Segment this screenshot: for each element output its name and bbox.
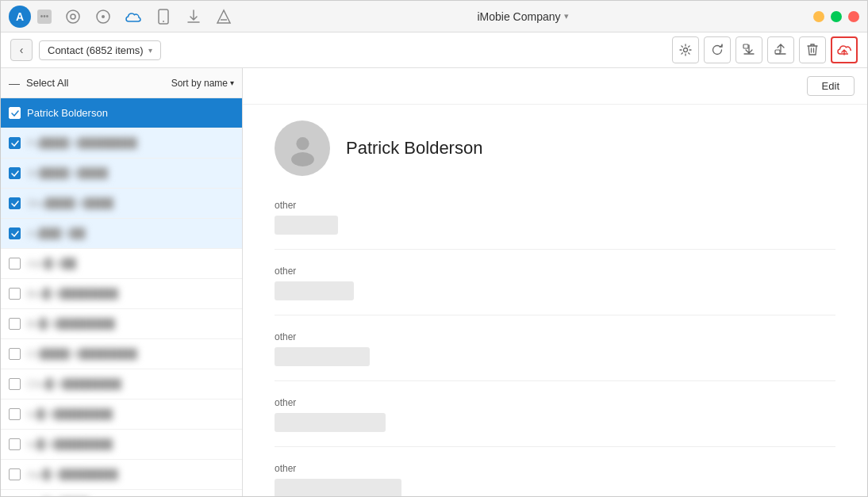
contact-item[interactable]: Bri█ B████████: [1, 309, 242, 339]
back-button[interactable]: ‹: [10, 39, 33, 61]
contact-item[interactable]: Aar█ B████: [1, 490, 242, 496]
select-all-label[interactable]: Select All: [26, 77, 68, 89]
contact-checkbox[interactable]: [9, 318, 21, 330]
contact-item[interactable]: Ch████ B████████: [1, 339, 242, 369]
contact-item[interactable]: Isi█ B████████: [1, 400, 242, 430]
toolbar: ‹ Contact (6852 items) ▾: [1, 32, 867, 68]
contact-item[interactable]: Pa████ B████████: [1, 128, 242, 159]
contact-detail: Patrick Bolderson other other other: [243, 105, 867, 496]
refresh-button[interactable]: [704, 36, 731, 63]
contact-name: Bre█ B████████: [27, 288, 118, 300]
field-value: [275, 216, 338, 235]
main-content: — Select All Sort by name ▾ Patrick Bold…: [1, 68, 867, 496]
contact-checkbox[interactable]: [9, 348, 21, 360]
contact-name: Pa████ B████████: [27, 137, 137, 149]
contact-checkbox[interactable]: [9, 258, 21, 270]
title-dropdown-icon[interactable]: ▾: [564, 11, 569, 21]
contact-item[interactable]: Patrick Bolderson: [1, 98, 242, 128]
contact-item[interactable]: Sha████ B████: [1, 189, 242, 219]
left-panel: — Select All Sort by name ▾ Patrick Bold…: [1, 68, 243, 496]
download-button[interactable]: [735, 36, 762, 63]
contact-checkbox[interactable]: [9, 137, 21, 149]
cloud-upload-button[interactable]: [831, 36, 858, 63]
contact-checkbox[interactable]: [9, 197, 21, 209]
contact-item[interactable]: Isi█ B████████: [1, 430, 242, 460]
nav-icons: [64, 8, 232, 25]
field-value: [275, 347, 370, 366]
contact-dropdown-icon: ▾: [148, 46, 152, 55]
contact-list: Patrick Bolderson Pa████ B████████ Sh███…: [1, 98, 242, 496]
appstore-nav-icon[interactable]: [215, 8, 232, 25]
svg-point-5: [163, 21, 164, 22]
contact-checkbox[interactable]: [9, 408, 21, 420]
field-label: other: [275, 331, 835, 342]
svg-point-3: [102, 15, 105, 18]
avatar: [275, 120, 330, 176]
select-all-dash: —: [9, 77, 20, 90]
field-value: [275, 413, 386, 432]
svg-point-1: [71, 14, 75, 19]
app-window: A •••: [0, 0, 868, 497]
contact-name: Sh████ B████: [27, 167, 108, 179]
contact-checkbox[interactable]: [9, 227, 21, 239]
field-group: other: [275, 331, 835, 381]
svg-point-7: [684, 48, 688, 52]
contact-item[interactable]: Ash█ B██: [1, 249, 242, 279]
svg-rect-8: [743, 44, 748, 48]
minimize-button[interactable]: [813, 11, 824, 22]
app-title-area: iMobie Company ▾: [232, 10, 813, 23]
contact-selector[interactable]: Contact (6852 items) ▾: [39, 40, 161, 60]
toolbar-actions: [672, 36, 858, 63]
list-header: — Select All Sort by name ▾: [1, 68, 242, 98]
settings-button[interactable]: [672, 36, 699, 63]
field-group: other: [275, 463, 835, 496]
svg-point-10: [296, 137, 309, 150]
right-panel: Edit Patrick Bolderson other: [243, 68, 867, 496]
contact-profile: Patrick Bolderson: [275, 120, 835, 176]
sort-button[interactable]: Sort by name ▾: [171, 78, 234, 89]
cloud-nav-icon[interactable]: [125, 8, 142, 25]
field-group: other: [275, 397, 835, 447]
contact-checkbox[interactable]: [9, 468, 21, 480]
contact-name: Aar█ A████████: [27, 468, 118, 480]
contact-checkbox[interactable]: [9, 438, 21, 450]
contact-name: Cho█ B████████: [27, 378, 121, 390]
contact-name: Bri█ B████████: [27, 318, 115, 330]
contact-checkbox[interactable]: [9, 107, 21, 119]
download-nav-icon[interactable]: [185, 8, 202, 25]
contact-checkbox[interactable]: [9, 378, 21, 390]
contact-name: As███ B██: [27, 227, 86, 239]
close-button[interactable]: [848, 11, 859, 22]
contact-name: Patrick Bolderson: [27, 107, 108, 119]
contact-checkbox[interactable]: [9, 288, 21, 300]
contact-item[interactable]: Cho█ B████████: [1, 369, 242, 400]
title-bar: A •••: [1, 1, 867, 32]
field-group: other: [275, 266, 835, 315]
contact-full-name: Patrick Bolderson: [346, 138, 482, 159]
maximize-button[interactable]: [831, 11, 842, 22]
contact-name: Isi█ B████████: [27, 438, 113, 450]
upload-button[interactable]: [767, 36, 794, 63]
app-title: iMobie Company: [477, 10, 560, 23]
edit-button[interactable]: Edit: [807, 76, 855, 96]
contact-name: Isi█ B████████: [27, 408, 113, 420]
contact-checkbox[interactable]: [9, 167, 21, 179]
menu-dot[interactable]: •••: [37, 10, 52, 24]
contact-badge-label: Contact (6852 items): [48, 44, 144, 56]
svg-rect-9: [775, 50, 780, 54]
contact-name: Ch████ B████████: [27, 348, 137, 360]
contact-item[interactable]: Bre█ B████████: [1, 279, 242, 309]
phone-nav-icon[interactable]: [155, 8, 172, 25]
title-bar-dots: •••: [37, 10, 52, 24]
svg-point-11: [291, 152, 314, 166]
app-logo: A: [9, 6, 31, 28]
music-nav-icon[interactable]: [64, 8, 82, 25]
photos-nav-icon[interactable]: [94, 8, 112, 25]
contact-item[interactable]: Sh████ B████: [1, 159, 242, 189]
contact-item[interactable]: Aar█ A████████: [1, 460, 242, 490]
field-label: other: [275, 397, 835, 408]
contact-item[interactable]: As███ B██: [1, 219, 242, 249]
delete-button[interactable]: [799, 36, 826, 63]
svg-point-0: [67, 10, 79, 23]
field-label: other: [275, 200, 835, 211]
